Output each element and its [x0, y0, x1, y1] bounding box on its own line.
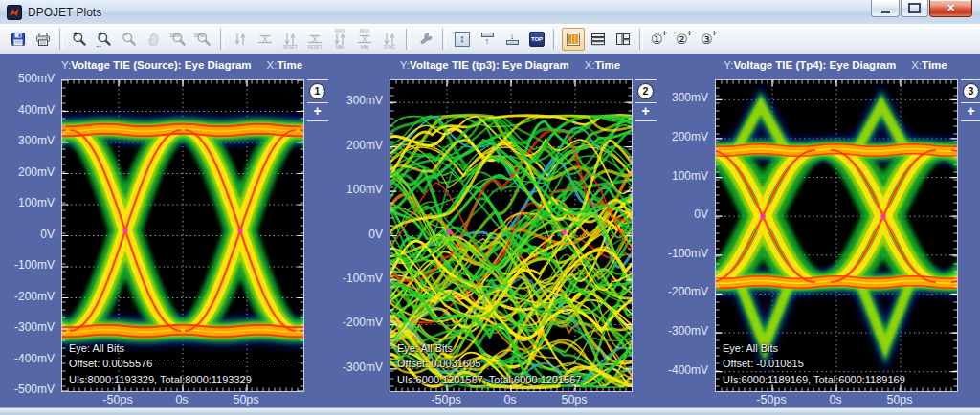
add-measurement-button[interactable]: +: [641, 104, 649, 119]
plus-icon: +: [97, 31, 104, 39]
y-tick-label: 200mV: [18, 165, 55, 179]
plot-title: Y:Voltage TIE (Tp4): Eye DiagramX:Time: [671, 59, 980, 71]
hand-icon: [146, 32, 162, 47]
y-tick-label: 0V: [368, 228, 383, 241]
add-plot1-button[interactable]: ① +: [648, 28, 671, 51]
divider: [635, 79, 657, 80]
eye-diagram-canvas-1[interactable]: Eye: All BitsOffset: 0.0055576UIs:8000:1…: [61, 79, 304, 392]
y-tick-label: 0V: [40, 228, 55, 241]
y-tick-label: -300mV: [14, 320, 55, 334]
close-icon: ✕: [947, 2, 955, 14]
plot-number-badge[interactable]: 1: [309, 83, 325, 99]
y-tick-label: -200mV: [668, 286, 708, 299]
y-tick-label: 400mV: [18, 103, 55, 117]
y-tick-label: -400mV: [668, 363, 708, 377]
layout-grid-button[interactable]: [612, 28, 635, 51]
minimize-button[interactable]: [871, 0, 900, 17]
add-measurement-button[interactable]: +: [313, 104, 321, 119]
plot-overlay-stats: Eye: All BitsOffset: 0.0031605UIs:6000:1…: [397, 340, 581, 388]
zoom-sync-label: SYNC: [194, 33, 205, 38]
plot-number-badge[interactable]: 3: [963, 83, 979, 99]
x-axis-labels: -50ps0s50ps: [61, 393, 302, 407]
vertical-fit-icon: ↕: [455, 32, 470, 47]
maximize-button[interactable]: [901, 0, 928, 17]
divider: [307, 120, 328, 121]
horizontal-cursors-maxmin-button: MAX MIN: [353, 28, 376, 51]
plot-number-badge[interactable]: 2: [637, 83, 654, 99]
vertical-cursors-button: [229, 28, 252, 51]
dock-bar-icon: [506, 40, 519, 45]
y-tick-label: 500mV: [18, 72, 55, 85]
plus-icon: +: [72, 31, 79, 39]
pan-button: [143, 28, 166, 51]
toolbar: + + ↔ − 100% SYNC RESET RESET MAX MIN: [0, 24, 980, 55]
divider: [307, 79, 328, 80]
y-tick-label: 200mV: [346, 139, 383, 152]
zoom-sync-button: SYNC: [192, 28, 215, 51]
y-tick-label: -300mV: [668, 324, 708, 338]
dock-top-button[interactable]: ↑: [476, 28, 499, 51]
plot-title: Y:Voltage TIE (Source): Eye DiagramX:Tim…: [17, 59, 346, 71]
vertical-cursors-reset-button: RESET: [278, 28, 301, 51]
y-tick-label: 0V: [694, 208, 708, 221]
y-axis-labels: 300mV200mV100mV0V-100mV-200mV-300mV-400m…: [670, 79, 711, 390]
plus-icon: +: [712, 30, 717, 38]
divider: [635, 120, 657, 121]
plus-icon: +: [687, 30, 692, 38]
toolbar-separator: [59, 29, 63, 50]
toolbar-separator: [442, 29, 446, 50]
add-plot3-button[interactable]: ③ +: [698, 28, 721, 51]
plot-overlay-stats: Eye: All BitsOffset: 0.0055576UIs:8000:1…: [69, 340, 252, 388]
grid-layout-icon: [615, 32, 631, 47]
eye-diagram-canvas-2[interactable]: Eye: All BitsOffset: 0.0031605UIs:6000:1…: [390, 79, 633, 392]
plus-icon: +: [662, 30, 667, 38]
y-tick-label: -100mV: [14, 258, 55, 272]
title-bar[interactable]: DPOJET Plots ✕: [0, 0, 980, 25]
horizontal-cursors-icon: [257, 32, 273, 47]
y-tick-label: -100mV: [668, 247, 708, 260]
layout-columns-button[interactable]: [562, 28, 585, 51]
x-tick-label: -50ps: [756, 393, 786, 406]
y-tick-label: 300mV: [672, 92, 708, 105]
x-tick-label: -50ps: [431, 393, 460, 406]
plot-title: Y:Voltage TIE (tp3): Eye DiagramX:Time: [345, 59, 675, 71]
y-tick-label: 200mV: [672, 130, 708, 143]
add-plot2-button[interactable]: ② +: [673, 28, 696, 51]
x-tick-label: 50ps: [233, 393, 258, 406]
eye-diagram-canvas-3[interactable]: Eye: All BitsOffset: -0.010815UIs:6000:1…: [715, 79, 958, 392]
close-button[interactable]: ✕: [929, 0, 972, 17]
zoom-horizontal-button[interactable]: + ↔: [93, 28, 116, 51]
window-title: DPOJET Plots: [28, 6, 101, 19]
x-tick-label: -50ps: [102, 393, 132, 406]
toolbar-separator: [553, 29, 557, 50]
plot-client-area: Y:Voltage TIE (Source): Eye DiagramX:Tim…: [0, 54, 980, 408]
window-bottom-frame: [0, 407, 980, 415]
dpojet-plots-window: DPOJET Plots ✕ + + ↔ − 100% SYNC: [0, 0, 980, 415]
y-tick-label: -100mV: [343, 272, 383, 285]
print-button[interactable]: [32, 28, 55, 51]
y-tick-label: 100mV: [672, 169, 708, 183]
fit-vertical-button[interactable]: ↕: [451, 28, 474, 51]
vertical-cursors-icon: [233, 32, 248, 47]
always-on-top-button[interactable]: TOP: [525, 28, 548, 51]
minimize-icon: [881, 11, 890, 13]
plot-side-controls: 1 +: [306, 79, 328, 121]
arrow-up-icon: ↑: [485, 37, 490, 45]
settings-wrench-button[interactable]: [414, 28, 437, 51]
zoom-in-button[interactable]: +: [68, 28, 91, 51]
x-tick-label: 50ps: [561, 393, 587, 406]
toolbar-separator: [639, 29, 643, 50]
dock-bottom-button[interactable]: ↓: [501, 28, 523, 51]
top-icon: TOP: [529, 32, 545, 47]
layout-rows-button[interactable]: [587, 28, 610, 51]
save-button[interactable]: [7, 28, 30, 51]
horizontal-cursors-button: [254, 28, 277, 51]
plot-side-controls: 3 +: [960, 79, 980, 121]
horizontal-cursors-reset-button: RESET: [303, 28, 326, 51]
y-tick-label: -200mV: [343, 317, 383, 330]
add-measurement-button[interactable]: +: [967, 104, 974, 119]
maximize-icon: [908, 3, 921, 13]
plot-side-controls: 2 +: [635, 79, 657, 121]
zoom-100-button: 100%: [167, 28, 190, 51]
zoom-100-label: 100%: [169, 33, 180, 38]
